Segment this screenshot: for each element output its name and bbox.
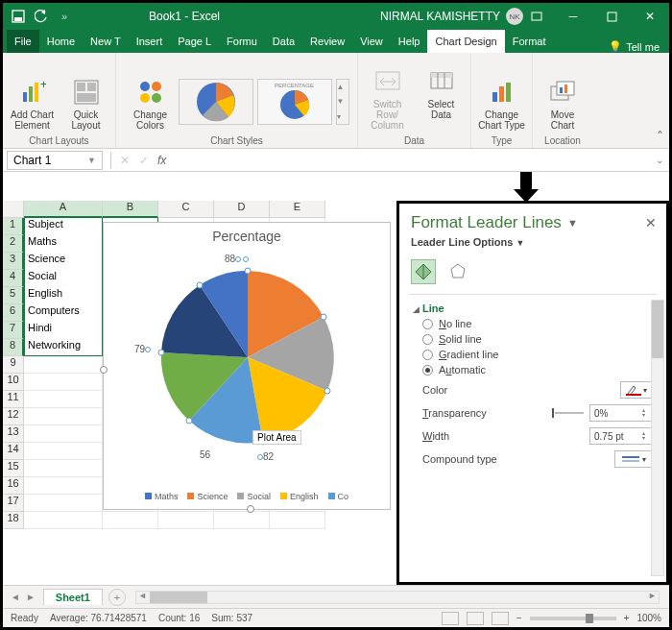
cell[interactable] — [24, 356, 103, 374]
minimize-button[interactable]: ─ — [554, 3, 592, 30]
change-colors-button[interactable]: Change Colors — [125, 75, 177, 133]
expand-formula-bar-icon[interactable]: ⌄ — [656, 155, 663, 165]
undo-icon[interactable] — [34, 9, 49, 24]
cell[interactable] — [24, 408, 103, 425]
cell[interactable]: English — [24, 287, 103, 304]
select-data-button[interactable]: Select Data — [416, 64, 468, 133]
name-box[interactable]: Chart 1 ▼ — [7, 151, 103, 170]
close-button[interactable]: ✕ — [631, 3, 669, 30]
data-label-56[interactable]: 56 — [200, 449, 210, 460]
cell[interactable] — [24, 425, 103, 443]
zoom-slider[interactable] — [530, 617, 616, 620]
compound-type-picker[interactable]: ▾ — [614, 450, 653, 468]
row-header[interactable]: 3 — [3, 253, 24, 270]
sheet-tab-sheet1[interactable]: Sheet1 — [43, 589, 103, 605]
tab-page-layout[interactable]: Page L — [170, 30, 219, 53]
chart-legend[interactable]: Maths Science Social English Co — [104, 492, 390, 501]
tab-format[interactable]: Format — [505, 30, 554, 53]
row-header[interactable]: 7 — [3, 322, 24, 339]
row-header[interactable]: 16 — [3, 477, 24, 495]
zoom-level[interactable]: 100% — [636, 613, 661, 623]
radio-gradient-line[interactable]: Gradient line — [422, 349, 653, 360]
tab-chart-design[interactable]: Chart Design — [427, 30, 504, 53]
chart-style-2[interactable]: PERCENTAGE — [257, 79, 332, 125]
cell[interactable] — [214, 512, 270, 529]
col-header-A[interactable]: A — [24, 201, 103, 218]
pane-scrollbar[interactable] — [651, 300, 664, 576]
change-chart-type-button[interactable]: Change Chart Type — [476, 75, 528, 133]
pane-subtitle[interactable]: Leader Line Options — [411, 236, 513, 248]
col-header-C[interactable]: C — [158, 201, 214, 218]
fill-line-tab-icon[interactable] — [411, 259, 436, 284]
select-all-cell[interactable] — [3, 201, 24, 218]
sheet-nav-prev-icon[interactable]: ◄ — [11, 592, 20, 602]
tab-view[interactable]: View — [352, 30, 391, 53]
cell[interactable]: Social — [24, 270, 103, 287]
cell[interactable] — [24, 477, 103, 495]
plot-area[interactable]: 88 79 56 82 — [152, 261, 344, 453]
row-header[interactable]: 18 — [3, 512, 24, 529]
cell[interactable] — [158, 512, 214, 529]
row-header[interactable]: 9 — [3, 356, 24, 374]
new-sheet-button[interactable]: + — [108, 589, 126, 606]
quick-layout-button[interactable]: Quick Layout — [60, 75, 112, 133]
zoom-in-button[interactable]: + — [624, 613, 630, 623]
row-header[interactable]: 13 — [3, 425, 24, 443]
cell[interactable]: Computers — [24, 304, 103, 322]
chart-style-gallery[interactable]: PERCENTAGE ▲▼▾ — [179, 79, 349, 125]
save-icon[interactable] — [11, 9, 26, 24]
row-header[interactable]: 10 — [3, 374, 24, 391]
style-gallery-more[interactable]: ▲▼▾ — [336, 79, 349, 125]
page-break-view-button[interactable] — [492, 612, 509, 625]
tab-file[interactable]: File — [7, 30, 39, 53]
transparency-slider[interactable] — [555, 412, 584, 414]
ribbon-display-icon[interactable] — [529, 9, 544, 24]
cancel-formula-icon[interactable]: ✕ — [115, 154, 134, 167]
enter-formula-icon[interactable]: ✓ — [134, 154, 154, 167]
row-header[interactable]: 6 — [3, 304, 24, 322]
radio-automatic[interactable]: Automatic — [422, 364, 653, 376]
chart-object[interactable]: Percentage — [103, 222, 391, 510]
zoom-out-button[interactable]: − — [516, 613, 522, 623]
tab-insert[interactable]: Insert — [129, 30, 171, 53]
col-header-D[interactable]: D — [214, 201, 270, 218]
data-label-79[interactable]: 79 — [134, 344, 145, 354]
chart-style-1[interactable] — [179, 79, 253, 125]
section-line[interactable]: Line — [422, 303, 444, 314]
collapse-ribbon-icon[interactable]: ˄ — [657, 129, 663, 144]
width-input[interactable]: 0.75 pt▴▾ — [589, 427, 653, 445]
move-chart-button[interactable]: Move Chart — [537, 75, 588, 133]
cell[interactable] — [24, 495, 103, 512]
tab-home[interactable]: Home — [39, 30, 83, 53]
transparency-input[interactable]: 0%▴▾ — [589, 404, 653, 422]
worksheet[interactable]: A B C D E 1Subject2Maths3Science4Social5… — [3, 201, 396, 585]
tell-me[interactable]: Tell me — [626, 41, 660, 53]
row-header[interactable]: 4 — [3, 270, 24, 287]
page-layout-view-button[interactable] — [467, 612, 484, 625]
cell[interactable] — [270, 512, 325, 529]
cell[interactable] — [24, 391, 103, 408]
color-picker[interactable]: ▾ — [620, 381, 653, 399]
row-header[interactable]: 15 — [3, 460, 24, 477]
horizontal-scrollbar[interactable]: ◄ ► — [135, 591, 660, 604]
redo-icon[interactable]: » — [57, 9, 72, 24]
data-label-82[interactable]: 82 — [263, 451, 274, 462]
row-header[interactable]: 12 — [3, 408, 24, 425]
maximize-button[interactable] — [592, 3, 631, 30]
row-header[interactable]: 8 — [3, 339, 24, 356]
cell[interactable] — [24, 374, 103, 391]
data-label-88[interactable]: 88 — [225, 254, 235, 264]
tab-formulas[interactable]: Formu — [219, 30, 265, 53]
cell[interactable] — [24, 512, 103, 529]
chevron-down-icon[interactable]: ▼ — [87, 156, 96, 165]
chart-title[interactable]: Percentage — [104, 229, 390, 244]
tab-help[interactable]: Help — [391, 30, 428, 53]
cell[interactable]: Maths — [24, 235, 103, 253]
row-header[interactable]: 11 — [3, 391, 24, 408]
tab-new[interactable]: New T — [83, 30, 129, 53]
normal-view-button[interactable] — [442, 612, 459, 625]
cell[interactable]: Hindi — [24, 322, 103, 339]
cell[interactable]: Science — [24, 253, 103, 270]
add-chart-element-button[interactable]: + Add Chart Element — [7, 75, 59, 133]
cell[interactable]: Subject — [24, 218, 103, 235]
